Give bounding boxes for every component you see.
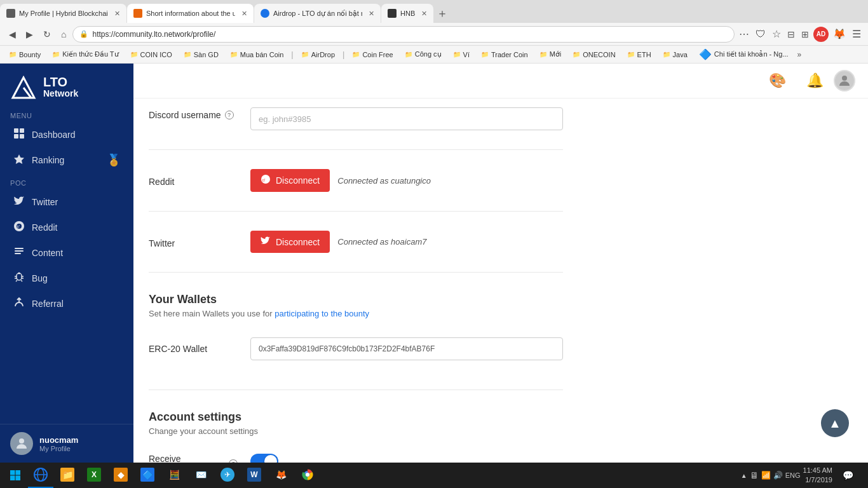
- sidebar-logo: LTO Network: [0, 64, 133, 105]
- bookmark-bounty[interactable]: 📁 Bounty: [4, 50, 46, 60]
- back-button[interactable]: ◀: [5, 27, 20, 42]
- tab-4[interactable]: HNB ✕: [381, 4, 433, 23]
- ranking-icon: [13, 153, 25, 167]
- bookmark-folder-icon12: 📁: [573, 51, 580, 58]
- adblock-icon: AD: [813, 27, 829, 42]
- bookmark-muabancoin[interactable]: 📁 Mua bán Coin: [225, 50, 289, 60]
- erc20-wallet-input[interactable]: [250, 337, 563, 360]
- tab3-favicon: [261, 9, 269, 18]
- bookmark-sangd[interactable]: 📁 Sàn GD: [179, 50, 224, 60]
- bookmark-onecoin[interactable]: 📁 ONECOIN: [567, 50, 620, 60]
- top-profile-avatar[interactable]: [834, 70, 855, 92]
- tab-bar: My Profile | Hybrid Blockchain ✕ Short i…: [0, 0, 868, 23]
- star-button[interactable]: ☆: [770, 26, 783, 42]
- bookmark-moi[interactable]: 📁 Mới: [534, 49, 567, 60]
- bookmark-airdrop-label: AirDrop: [311, 51, 335, 58]
- sidebar-item-twitter[interactable]: Twitter: [3, 189, 131, 215]
- bookmark-kienthuc[interactable]: 📁 Kiến thức Đầu Tư: [47, 49, 123, 60]
- bookmark-coinico[interactable]: 📁 COIN ICO: [125, 50, 177, 60]
- bookmark-airdrop[interactable]: 📁 AirDrop: [296, 50, 340, 60]
- bookmark-folder-icon2: 📁: [52, 51, 60, 58]
- address-url: https://community.lto.network/profile/: [92, 30, 215, 39]
- page: LTO Network Menu Dashboard Ranking 🏅 PoC: [0, 64, 868, 463]
- bookmark-eth-label: ETH: [637, 51, 651, 58]
- sidebar-item-referral[interactable]: Referral: [3, 291, 131, 316]
- svg-rect-10: [15, 248, 24, 249]
- bookmark-folder-icon10: 📁: [481, 51, 489, 58]
- tab1-close[interactable]: ✕: [114, 10, 120, 18]
- sidebar-item-content-label: Content: [32, 248, 63, 258]
- reddit-field-row: Reddit r/ Disconnect Connected as cuatun…: [149, 160, 563, 201]
- bookmark-onecoin-label: ONECOIN: [583, 51, 615, 58]
- bookmark-folder-icon6: 📁: [301, 51, 309, 58]
- toggle-switch[interactable]: [250, 454, 278, 463]
- twitter-disconnect-button[interactable]: Disconnect: [250, 231, 330, 253]
- reload-button[interactable]: ↻: [39, 27, 55, 42]
- wallets-subtitle-link[interactable]: participating to the bounty: [275, 309, 369, 318]
- bookmark-congcu[interactable]: 📁 Công cụ: [400, 49, 447, 60]
- forward-button[interactable]: ▶: [22, 27, 37, 42]
- library-button[interactable]: ⊟: [785, 27, 797, 41]
- bookmark-folder-icon3: 📁: [130, 51, 138, 58]
- wallets-title: Your Wallets: [149, 293, 563, 306]
- sidebar-toggle[interactable]: ⊞: [799, 27, 811, 41]
- svg-rect-5: [14, 134, 18, 139]
- sidebar-item-bug[interactable]: Bug: [3, 266, 131, 291]
- tab2-close[interactable]: ✕: [241, 10, 247, 18]
- sidebar-item-twitter-label: Twitter: [32, 197, 58, 207]
- tab1-label: My Profile | Hybrid Blockchain: [19, 10, 108, 17]
- poc-label: PoC: [0, 173, 133, 189]
- sidebar-avatar[interactable]: [10, 432, 33, 455]
- user-role: My Profile: [39, 445, 123, 452]
- erc20-wallet-row: ERC-20 Wallet: [149, 329, 563, 369]
- sidebar-item-dashboard[interactable]: Dashboard: [3, 122, 131, 147]
- bookmark-eth[interactable]: 📁 ETH: [622, 50, 656, 60]
- reddit-disconnect-label: Disconnect: [276, 175, 320, 186]
- svg-text:r/: r/: [262, 178, 265, 182]
- tab1-favicon: [6, 9, 15, 18]
- tab4-close[interactable]: ✕: [421, 10, 427, 18]
- bookmark-coinfree[interactable]: 📁 Coin Free: [347, 50, 398, 60]
- tab-2[interactable]: Short information about the up... ✕: [127, 4, 254, 23]
- sidebar-item-dashboard-label: Dashboard: [32, 130, 76, 140]
- scroll-up-button[interactable]: ▲: [821, 409, 849, 437]
- bookmark-folder-icon13: 📁: [627, 51, 635, 58]
- twitter-connect-area: Disconnect Connected as hoaicam7: [250, 231, 426, 253]
- erc20-label: ERC-20 Wallet: [149, 344, 238, 354]
- reddit-disconnect-button[interactable]: r/ Disconnect: [250, 169, 330, 192]
- nav-icons: ⋯ 🛡 ☆ ⊟ ⊞ AD 🦊 ☰: [737, 26, 863, 42]
- more-button[interactable]: ⋯: [737, 26, 751, 42]
- tab3-close[interactable]: ✕: [369, 10, 374, 18]
- tab4-favicon: [388, 9, 397, 18]
- bookmark-tradercoin[interactable]: 📁 Trader Coin: [476, 50, 533, 60]
- palette-icon[interactable]: 🎨: [769, 72, 786, 89]
- bell-icon[interactable]: 🔔: [806, 72, 824, 89]
- extension-button[interactable]: 🦊: [831, 26, 848, 42]
- sidebar-item-content[interactable]: Content: [3, 240, 131, 266]
- bookmark-vi[interactable]: 📁 Ví: [448, 50, 475, 60]
- bookmark-coinfree-label: Coin Free: [362, 51, 393, 58]
- bookmark-moi-label: Mới: [550, 50, 562, 58]
- tab-1[interactable]: My Profile | Hybrid Blockchain ✕: [0, 4, 126, 23]
- shield-button[interactable]: 🛡: [754, 27, 768, 42]
- sidebar-item-ranking[interactable]: Ranking 🏅: [3, 147, 131, 173]
- user-info: nuocmam My Profile: [39, 435, 123, 452]
- newsletters-toggle[interactable]: [250, 454, 278, 463]
- tab-3[interactable]: Airdrop - LTO dự án nổi bật nh... ✕: [254, 4, 381, 23]
- discord-help-icon[interactable]: ?: [225, 111, 234, 119]
- discord-input[interactable]: [250, 107, 563, 130]
- menu-button[interactable]: ☰: [850, 26, 863, 42]
- new-tab-button[interactable]: ＋: [437, 6, 448, 21]
- address-bar[interactable]: 🔒 https://community.lto.network/profile/: [72, 26, 735, 43]
- bookmark-overflow[interactable]: »: [795, 49, 804, 60]
- svg-rect-12: [15, 253, 21, 254]
- tab2-label: Short information about the up...: [146, 10, 235, 17]
- newsletters-label: Receive newsletters ?: [149, 454, 238, 463]
- home-button[interactable]: ⌂: [57, 27, 70, 42]
- bookmark-chitiet[interactable]: 🔷 Chi tiết tài khoản - Ng...: [694, 47, 794, 62]
- sidebar-item-reddit[interactable]: r/ Reddit: [3, 215, 131, 240]
- toggle-knob: [264, 455, 277, 463]
- bookmark-java[interactable]: 📁 Java: [658, 50, 693, 60]
- sidebar: LTO Network Menu Dashboard Ranking 🏅 PoC: [0, 64, 133, 463]
- twitter-field-row: Twitter Disconnect Connected as hoaicam7: [149, 222, 563, 262]
